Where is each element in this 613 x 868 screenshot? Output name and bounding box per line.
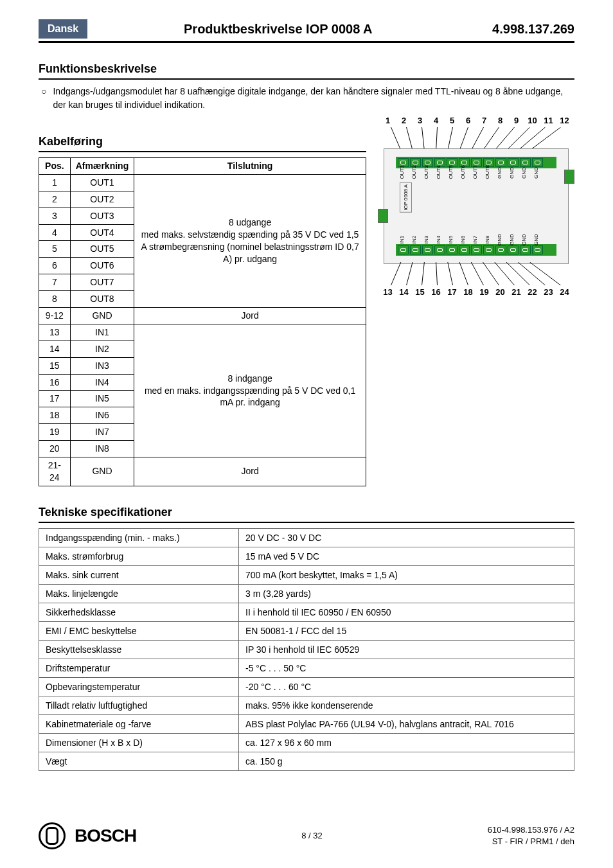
cell: IN5	[70, 391, 134, 407]
wiring-table: Pos. Afmærkning Tilslutning 1OUT18 udgan…	[39, 157, 366, 486]
svg-line-2	[422, 127, 425, 150]
spec-label: Kabinetmateriale og -farve	[39, 714, 239, 733]
th-conn: Tilslutning	[134, 158, 366, 175]
conn-gnd2: Jord	[134, 457, 366, 486]
cell: 14	[39, 341, 71, 357]
svg-line-6	[471, 127, 483, 150]
cell: 8	[39, 291, 71, 308]
spec-label: Indgangsspænding (min. - maks.)	[39, 528, 239, 547]
spec-value: 20 V DC - 30 V DC	[239, 528, 574, 547]
svg-line-17	[459, 262, 468, 285]
cell: 5	[39, 241, 71, 258]
spec-label: Beskyttelsesklasse	[39, 640, 239, 659]
th-pos: Pos.	[39, 158, 71, 175]
svg-line-16	[448, 262, 453, 285]
chip-label: IOP 0008 A	[400, 182, 412, 213]
cell: OUT7	[70, 274, 134, 291]
spec-value: ca. 150 g	[239, 752, 574, 770]
funcdesc-text: ○ Indgangs-/udgangsmodulet har 8 uafhæng…	[39, 85, 574, 112]
labels-top: OUT1OUT2OUT3OUT4OUT5OUT6OUT7OUT8GNDGNDGN…	[396, 170, 556, 175]
diagram-bot-numbers: 131415161718192021222324	[380, 287, 573, 297]
cell: IN4	[70, 374, 134, 391]
spec-label: Opbevaringstemperatur	[39, 677, 239, 696]
cell: OUT3	[70, 208, 134, 224]
module-diagram: 123456789101112 OUT1OUT2OUT3OUT4OUT5OUT6…	[380, 116, 573, 297]
cell: 4	[39, 224, 71, 241]
cell: GND	[70, 457, 134, 486]
spec-value: -5 °C . . . 50 °C	[239, 659, 574, 677]
svg-line-9	[506, 127, 529, 150]
cell: 20	[39, 441, 71, 457]
cell: OUT2	[70, 191, 134, 208]
cell: 1	[39, 174, 71, 191]
th-marking: Afmærkning	[70, 158, 134, 175]
wiring-heading: Kabelføring	[39, 135, 366, 152]
specs-heading: Tekniske specifikationer	[39, 506, 574, 523]
spec-value: ABS plast Polylac PA-766 (UL94 V-0), hal…	[239, 714, 574, 733]
language-badge: Dansk	[39, 19, 87, 39]
cell: OUT5	[70, 241, 134, 258]
svg-line-20	[495, 262, 515, 285]
header-code: 4.998.137.269	[492, 22, 574, 37]
spec-label: Maks. sink current	[39, 565, 239, 584]
cell: 17	[39, 391, 71, 407]
funcdesc-content: Indgangs-/udgangsmodulet har 8 uafhængig…	[53, 85, 574, 112]
page-footer: BOSCH 8 / 32 610-4.998.153.976 / A2 ST -…	[39, 822, 574, 849]
svg-line-12	[391, 262, 401, 285]
svg-line-22	[518, 262, 545, 285]
cell: 6	[39, 258, 71, 274]
svg-line-15	[436, 262, 438, 285]
cell: OUT8	[70, 291, 134, 308]
cell: IN3	[70, 357, 134, 374]
footer-ref2: ST - FIR / PRM1 / deh	[488, 836, 574, 847]
svg-line-14	[422, 262, 425, 285]
svg-line-19	[483, 262, 499, 285]
cell: GND	[70, 308, 134, 324]
spec-value: 15 mA ved 5 V DC	[239, 547, 574, 565]
svg-line-11	[530, 127, 561, 150]
spec-value: maks. 95% ikke kondenserende	[239, 696, 574, 714]
cell: 13	[39, 324, 71, 341]
cell: 18	[39, 407, 71, 424]
spec-label: Driftstemperatur	[39, 659, 239, 677]
cell: 19	[39, 424, 71, 441]
specs-table: Indgangsspænding (min. - maks.)20 V DC -…	[39, 528, 574, 771]
cell: 15	[39, 357, 71, 374]
spec-value: -20 °C . . . 60 °C	[239, 677, 574, 696]
svg-line-13	[407, 262, 413, 285]
svg-line-0	[391, 127, 401, 150]
cell: IN7	[70, 424, 134, 441]
footer-page: 8 / 32	[136, 831, 488, 840]
cell: OUT6	[70, 258, 134, 274]
cell: IN8	[70, 441, 134, 457]
spec-label: Maks. linjelængde	[39, 584, 239, 603]
spec-value: ca. 127 x 96 x 60 mm	[239, 733, 574, 752]
conn-in: 8 indgange med en maks. indgangsspænding…	[134, 324, 366, 457]
conn-out: 8 udgange med maks. selvstændig spænding…	[134, 174, 366, 307]
spec-label: Vægt	[39, 752, 239, 770]
svg-line-18	[471, 262, 483, 285]
svg-line-23	[530, 262, 561, 285]
labels-bot: IN1IN2IN3IN4IN5IN6IN7IN8GNDGNDGNDGND	[396, 237, 556, 242]
cell: IN6	[70, 407, 134, 424]
footer-ref1: 610-4.998.153.976 / A2	[488, 824, 574, 836]
spec-value: EN 50081-1 / FCC del 15	[239, 621, 574, 640]
spec-label: Dimensioner (H x B x D)	[39, 733, 239, 752]
cell: 9-12	[39, 308, 71, 324]
spec-label: Sikkerhedsklasse	[39, 603, 239, 621]
cell: IN1	[70, 324, 134, 341]
spec-label: Tilladt relativ luftfugtighed	[39, 696, 239, 714]
terminal-strip-bot	[396, 244, 556, 256]
svg-line-4	[448, 127, 453, 150]
cell: 2	[39, 191, 71, 208]
cell: 3	[39, 208, 71, 224]
funcdesc-heading: Funktionsbeskrivelse	[39, 62, 574, 80]
svg-line-1	[407, 127, 413, 150]
page-header: Dansk Produktbeskrivelse IOP 0008 A 4.99…	[39, 19, 574, 43]
spec-value: 700 mA (kort beskyttet, Imaks = 1,5 A)	[239, 565, 574, 584]
spec-value: 3 m (3,28 yards)	[239, 584, 574, 603]
cell: 16	[39, 374, 71, 391]
spec-label: EMI / EMC beskyttelse	[39, 621, 239, 640]
bosch-icon	[39, 822, 66, 849]
svg-line-5	[459, 127, 468, 150]
